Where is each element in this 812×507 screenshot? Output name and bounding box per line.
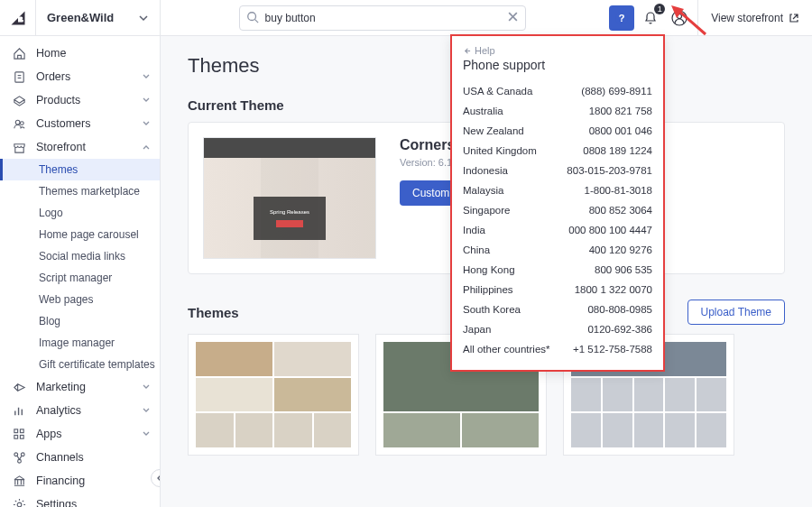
marketing-icon [13, 381, 27, 394]
phone-number: +1 512-758-7588 [573, 344, 652, 355]
nav-storefront[interactable]: Storefront [0, 135, 160, 159]
bigcommerce-logo-icon [10, 10, 26, 26]
svg-rect-8 [15, 71, 23, 81]
analytics-icon [13, 404, 27, 418]
svg-point-12 [20, 121, 23, 124]
nav-marketing[interactable]: Marketing [0, 375, 160, 399]
phone-row: Philippines1800 1 322 0070 [463, 280, 652, 300]
popover-back-button[interactable]: Help [463, 45, 652, 56]
phone-country: USA & Canada [463, 86, 532, 97]
phone-country: South Korea [463, 304, 521, 315]
phone-number: 1-800-81-3018 [585, 185, 652, 196]
upload-theme-button[interactable]: Upload Theme [687, 300, 786, 325]
chevron-down-icon [138, 13, 149, 23]
phone-country: Australia [463, 106, 503, 116]
themes-heading: Themes [188, 305, 239, 320]
sub-script-manager[interactable]: Script manager [0, 267, 160, 289]
help-popover: Help Phone support USA & Canada(888) 699… [450, 34, 665, 372]
phone-row: United Kingdom0808 189 1224 [463, 141, 652, 161]
phone-number: 400 120 9276 [589, 244, 652, 255]
brand-logo[interactable] [0, 0, 36, 36]
notifications-button[interactable]: 1 [638, 5, 663, 31]
svg-point-11 [15, 120, 20, 124]
storefront-icon [13, 141, 27, 154]
phone-number: 080-808-0985 [587, 304, 652, 315]
account-button[interactable] [667, 5, 692, 31]
phone-country: China [463, 244, 490, 255]
phone-row: Australia1800 821 758 [463, 101, 652, 121]
products-icon [13, 94, 27, 107]
nav-products[interactable]: Products [0, 88, 160, 112]
nav-apps[interactable]: Apps [0, 422, 160, 446]
store-selector[interactable]: Green&Wild [36, 0, 161, 36]
chevron-up-icon [142, 143, 151, 152]
gear-icon [13, 498, 27, 508]
sub-image-manager[interactable]: Image manager [0, 332, 160, 354]
nav-orders[interactable]: Orders [0, 65, 160, 88]
svg-point-0 [247, 12, 255, 20]
search-input[interactable] [239, 5, 526, 31]
sub-gift-cert[interactable]: Gift certificate templates [0, 354, 160, 375]
phone-row: Indonesia803-015-203-9781 [463, 161, 652, 180]
phone-row: New Zealand0800 001 046 [463, 121, 652, 141]
phone-number: (888) 699-8911 [581, 86, 652, 97]
sub-themes[interactable]: Themes [0, 159, 160, 180]
svg-point-7 [678, 14, 682, 18]
nav-settings[interactable]: Settings [0, 493, 160, 507]
sub-logo[interactable]: Logo [0, 202, 160, 224]
phone-row: All other countries*+1 512-758-7588 [463, 339, 652, 359]
chevron-down-icon [142, 383, 151, 392]
phone-number: 800 852 3064 [589, 205, 652, 216]
phone-country: All other countries* [463, 344, 550, 355]
sub-home-carousel[interactable]: Home page carousel [0, 224, 160, 245]
nav-channels[interactable]: Channels [0, 446, 160, 469]
svg-rect-18 [14, 435, 18, 438]
nav-analytics[interactable]: Analytics [0, 399, 160, 422]
phone-number: 1800 1 322 0070 [575, 284, 652, 295]
current-theme-thumbnail[interactable]: Spring Releases [203, 137, 376, 259]
customers-icon [13, 117, 27, 131]
theme-card[interactable] [188, 334, 359, 456]
nav-financing[interactable]: Financing [0, 469, 160, 493]
sub-themes-marketplace[interactable]: Themes marketplace [0, 180, 160, 202]
phone-country: Singapore [463, 205, 510, 216]
notifications-badge: 1 [654, 4, 665, 14]
svg-line-1 [254, 19, 258, 23]
svg-rect-19 [20, 435, 23, 438]
phone-number: 803-015-203-9781 [567, 165, 652, 176]
sub-blog[interactable]: Blog [0, 310, 160, 332]
phone-country: Malaysia [463, 185, 503, 196]
search-clear-icon[interactable] [507, 11, 519, 23]
phone-country: India [463, 225, 485, 235]
help-button[interactable]: ? [609, 5, 634, 31]
orders-icon [13, 70, 27, 84]
sub-social-links[interactable]: Social media links [0, 245, 160, 267]
search-icon [246, 11, 259, 23]
phone-number: 0808 189 1224 [583, 145, 652, 156]
external-link-icon [789, 13, 799, 23]
phone-country: Indonesia [463, 165, 508, 176]
financing-icon [13, 475, 27, 488]
phone-list: USA & Canada(888) 699-8911Australia1800 … [463, 81, 652, 359]
phone-country: United Kingdom [463, 145, 537, 156]
chevron-down-icon [142, 72, 151, 81]
nav-home[interactable]: Home [0, 41, 160, 65]
phone-number: 0800 001 046 [589, 125, 652, 136]
phone-row: Singapore800 852 3064 [463, 200, 652, 220]
phone-row: South Korea080-808-0985 [463, 300, 652, 319]
phone-row: Malaysia1-800-81-3018 [463, 180, 652, 200]
phone-number: 000 800 100 4447 [568, 225, 652, 235]
topbar: Green&Wild ? 1 View storefront [0, 0, 812, 36]
phone-number: 0120-692-386 [587, 324, 652, 335]
view-storefront-link[interactable]: View storefront [697, 0, 812, 36]
chevron-down-icon [142, 429, 151, 438]
nav-customers[interactable]: Customers [0, 112, 160, 135]
phone-number: 800 906 535 [595, 264, 652, 275]
arrow-left-icon [463, 47, 471, 55]
sub-web-pages[interactable]: Web pages [0, 289, 160, 310]
help-icon: ? [614, 11, 629, 25]
channels-icon [13, 451, 27, 465]
svg-text:?: ? [619, 13, 625, 23]
phone-number: 1800 821 758 [589, 106, 652, 116]
chevron-down-icon [142, 96, 151, 105]
